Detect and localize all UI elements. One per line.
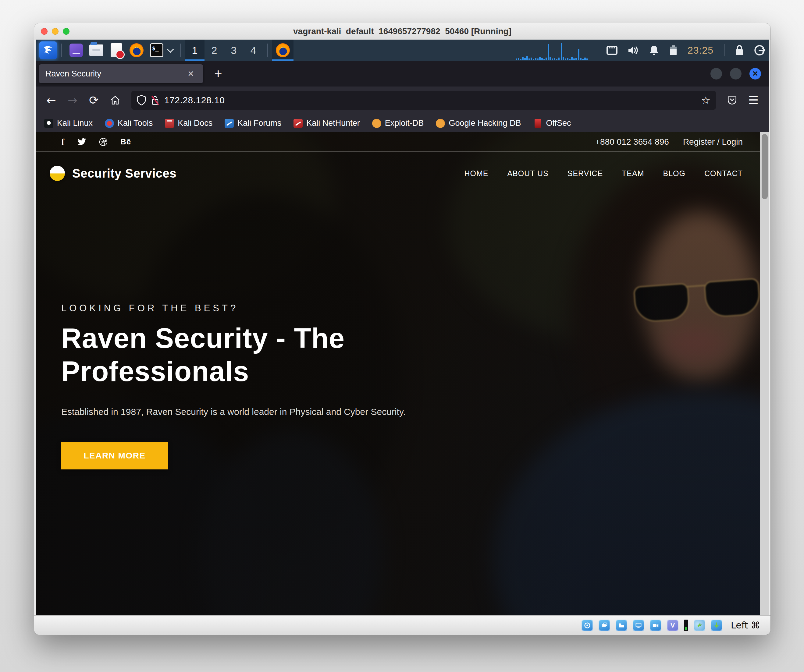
vm-titlebar: vagrant-kali_default_1649657277982_50460… — [34, 23, 770, 39]
close-window-button[interactable]: ✕ — [750, 68, 761, 80]
tab-bar: Raven Security ✕ + ✕ — [36, 61, 769, 86]
nav-about-us[interactable]: ABOUT US — [507, 169, 548, 178]
social-links: f Bē — [61, 137, 131, 147]
active-tab[interactable]: Raven Security ✕ — [39, 64, 203, 83]
reload-button[interactable]: ⟳ — [85, 91, 103, 110]
url-text[interactable]: 172.28.128.10 — [164, 95, 696, 105]
scrollbar-thumb[interactable] — [762, 134, 768, 199]
bookmark-kali-docs[interactable]: Kali Docs — [165, 119, 212, 128]
files-launcher[interactable] — [68, 42, 85, 59]
hdd-status-icon[interactable] — [582, 620, 593, 631]
file-manager-launcher[interactable] — [88, 42, 105, 59]
pocket-button[interactable] — [722, 91, 742, 110]
nav-team[interactable]: TEAM — [622, 169, 644, 178]
bookmark-kali-linux[interactable]: Kali Linux — [44, 119, 93, 128]
navigation-toolbar: ← → ⟳ — [36, 86, 769, 114]
shared-folders-status-icon[interactable] — [616, 620, 627, 631]
hero-kicker: LOOKING FOR THE BEST? — [61, 303, 458, 314]
bookmark-exploit-db[interactable]: Exploit-DB — [372, 119, 424, 128]
hero-title: Raven Security - The Professionals — [61, 322, 421, 388]
terminal-launcher[interactable]: $_ — [149, 42, 165, 59]
notifications-bell-icon[interactable] — [649, 45, 659, 55]
workspace-2[interactable]: 2 — [204, 39, 224, 61]
site-topbar: f Bē +880 012 3654 896 Register / Logi — [36, 132, 760, 152]
register-login-link[interactable]: Register / Login — [683, 137, 743, 147]
learn-more-button[interactable]: LEARN MORE — [61, 442, 168, 470]
brand-logo-icon — [50, 166, 65, 181]
chevron-down-icon[interactable] — [167, 46, 174, 53]
home-button[interactable] — [106, 91, 125, 110]
recording-status-icon[interactable] — [650, 620, 661, 631]
page-scrollbar[interactable] — [760, 132, 769, 615]
kali-top-panel: $_ 1 2 3 4 — [36, 39, 769, 61]
activity-indicator-bar — [684, 620, 688, 631]
cpu-features-status-icon[interactable]: V — [667, 620, 678, 631]
files-app-icon — [70, 44, 83, 57]
nav-blog[interactable]: BLOG — [663, 169, 685, 178]
phone-number[interactable]: +880 012 3654 896 — [595, 137, 669, 147]
mouse-integration-status-icon[interactable] — [694, 620, 705, 631]
new-tab-button[interactable]: + — [211, 67, 225, 80]
home-icon — [110, 95, 120, 105]
topbar-right: +880 012 3654 896 Register / Login — [595, 137, 743, 147]
hero-section: LOOKING FOR THE BEST? Raven Security - T… — [61, 303, 458, 470]
pocket-icon — [727, 95, 737, 105]
forward-button[interactable]: → — [63, 91, 82, 110]
facebook-icon[interactable]: f — [61, 137, 64, 147]
twitter-icon[interactable] — [77, 138, 86, 146]
site-brand[interactable]: Security Services — [50, 166, 176, 181]
tab-close-icon[interactable]: ✕ — [185, 69, 196, 79]
firefox-taskbar-button[interactable] — [272, 39, 294, 61]
workspace-1[interactable]: 1 — [185, 39, 204, 61]
optical-disk-status-icon[interactable] — [598, 620, 610, 631]
nav-service[interactable]: SERVICE — [567, 169, 603, 178]
volume-icon[interactable] — [628, 46, 639, 55]
app-menu-button[interactable]: ☰ — [744, 91, 763, 110]
lock-screen-icon[interactable] — [735, 45, 744, 56]
display-status-icon[interactable] — [633, 620, 644, 631]
kali-menu-button[interactable] — [39, 41, 57, 59]
dribbble-icon[interactable] — [99, 138, 108, 146]
system-load-graph[interactable] — [515, 39, 597, 61]
text-editor-launcher[interactable] — [108, 42, 125, 59]
tray-separator — [724, 44, 724, 56]
bookmark-google-hacking-db[interactable]: Google Hacking DB — [436, 119, 521, 128]
host-key-label: Left ⌘ — [731, 620, 760, 631]
logout-power-icon[interactable] — [754, 45, 765, 56]
tab-title: Raven Security — [46, 69, 185, 78]
firefox-launcher[interactable] — [128, 42, 145, 59]
workspace-4[interactable]: 4 — [243, 39, 263, 61]
maximize-button[interactable] — [730, 68, 742, 80]
offsec-icon — [534, 119, 541, 128]
panel-clock[interactable]: 23:25 — [688, 45, 714, 56]
url-bar[interactable]: 172.28.128.10 ☆ — [131, 91, 716, 110]
tracking-protection-shield-icon[interactable] — [137, 95, 146, 105]
back-button[interactable]: ← — [42, 91, 60, 110]
panel-separator — [61, 44, 62, 57]
nav-home[interactable]: HOME — [464, 169, 488, 178]
minimize-button[interactable] — [711, 68, 722, 80]
kali-tools-icon — [105, 119, 114, 128]
auto-resize-status-icon[interactable] — [711, 620, 722, 631]
hero-subtitle: Established in 1987, Raven Security is a… — [61, 407, 458, 417]
site-nav: HOME ABOUT US SERVICE TEAM BLOG CONTACT — [464, 169, 743, 178]
nav-contact[interactable]: CONTACT — [704, 169, 743, 178]
insecure-lock-icon[interactable] — [151, 95, 159, 105]
network-icon[interactable] — [606, 46, 618, 55]
bookmark-kali-nethunter[interactable]: Kali NetHunter — [294, 119, 360, 128]
bookmark-kali-forums[interactable]: Kali Forums — [225, 119, 281, 128]
virtualbox-status-bar: V Left ⌘ — [34, 615, 770, 635]
site-header: Security Services HOME ABOUT US SERVICE … — [36, 152, 760, 195]
system-tray: 23:25 — [606, 44, 765, 56]
virtualbox-vm-window: vagrant-kali_default_1649657277982_50460… — [34, 23, 770, 635]
panel-separator — [180, 44, 181, 57]
bookmark-kali-tools[interactable]: Kali Tools — [105, 119, 153, 128]
brand-name: Security Services — [72, 166, 176, 180]
bookmark-star-icon[interactable]: ☆ — [701, 94, 711, 106]
vm-window-title: vagrant-kali_default_1649657277982_50460… — [34, 26, 770, 36]
battery-icon[interactable] — [669, 45, 677, 55]
kali-forums-icon — [225, 119, 234, 128]
bookmark-offsec[interactable]: OffSec — [533, 119, 571, 128]
behance-icon[interactable]: Bē — [120, 137, 131, 147]
workspace-3[interactable]: 3 — [224, 39, 243, 61]
